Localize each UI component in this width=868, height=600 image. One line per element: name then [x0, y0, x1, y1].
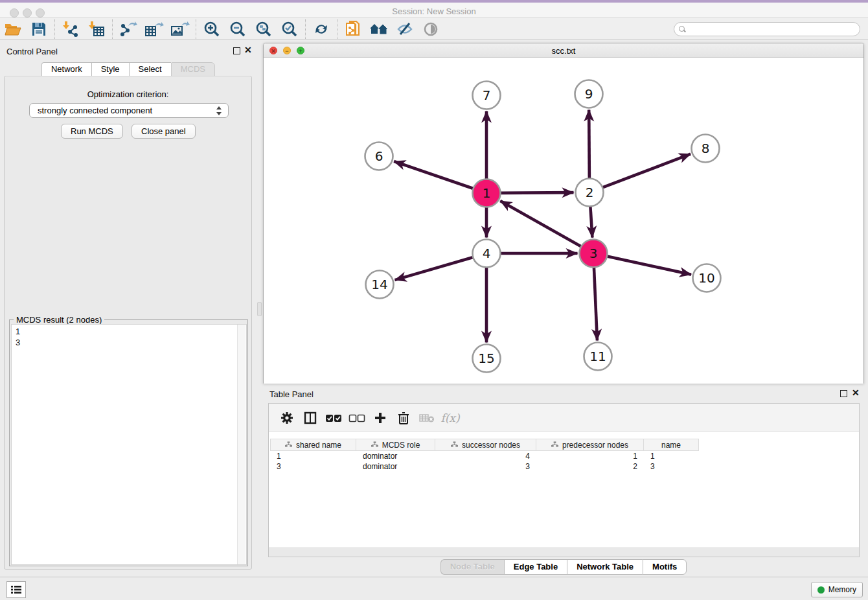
table-row[interactable]: 1dominator411	[270, 451, 699, 461]
criterion-select[interactable]: strongly connected component	[29, 103, 229, 118]
network-canvas[interactable]: 7968124314101511	[264, 58, 863, 384]
hierarchy-icon	[371, 441, 378, 450]
node-2[interactable]: 2	[576, 179, 604, 207]
svg-text:15: 15	[478, 351, 494, 366]
node-8[interactable]: 8	[692, 135, 720, 163]
svg-text:9: 9	[585, 86, 593, 102]
add-column-icon[interactable]	[369, 406, 392, 430]
zoom-selected-icon[interactable]	[277, 19, 303, 40]
clone-network-icon[interactable]	[340, 19, 366, 40]
close-table-panel-icon[interactable]: ✕	[852, 388, 860, 397]
show-icon[interactable]	[418, 19, 444, 40]
import-network-icon[interactable]	[58, 19, 84, 40]
open-session-icon[interactable]	[0, 19, 26, 40]
tab-mcds[interactable]: MCDS	[171, 62, 215, 76]
tab-edge-table[interactable]: Edge Table	[504, 559, 567, 575]
zoom-out-icon[interactable]	[225, 19, 251, 40]
node-11[interactable]: 11	[584, 343, 612, 371]
split-divider-grip[interactable]	[257, 302, 262, 316]
edge-3-10[interactable]	[607, 257, 691, 275]
tab-motifs[interactable]: Motifs	[643, 559, 687, 575]
delete-column-icon[interactable]	[392, 406, 415, 430]
edge-2-9[interactable]	[589, 110, 589, 178]
select-all-icon[interactable]	[322, 406, 345, 430]
table-cell[interactable]: 4	[435, 451, 536, 461]
tab-network-table[interactable]: Network Table	[567, 559, 643, 575]
table-cell[interactable]: dominator	[356, 451, 435, 461]
mcds-result-group: MCDS result (2 nodes) 1 3	[9, 319, 248, 566]
window-title: Session: New Session	[0, 6, 868, 16]
zoom-fit-icon[interactable]	[251, 19, 277, 40]
save-session-icon[interactable]	[26, 19, 52, 40]
tab-node-table[interactable]: Node Table	[440, 559, 504, 575]
zoom-in-icon[interactable]	[199, 19, 225, 40]
close-panel-icon[interactable]: ✕	[244, 45, 252, 54]
node-1[interactable]: 1	[473, 179, 501, 207]
node-15[interactable]: 15	[473, 345, 501, 373]
table-cell[interactable]: 3	[435, 461, 536, 472]
toolbar-separator	[305, 19, 306, 39]
export-image-icon[interactable]	[167, 19, 193, 40]
control-panel-header: Control Panel ✕	[0, 40, 257, 62]
edge-1-6[interactable]	[394, 161, 473, 189]
main-toolbar	[0, 18, 868, 40]
tab-style[interactable]: Style	[91, 62, 129, 76]
result-scrollbar[interactable]	[237, 325, 246, 564]
node-14[interactable]: 14	[366, 271, 394, 299]
network-window-titlebar[interactable]: ✕ − + scc.txt	[264, 43, 863, 58]
column-header-predecessor-nodes[interactable]: predecessor nodes	[536, 439, 644, 451]
hierarchy-icon	[551, 441, 558, 450]
show-columns-icon[interactable]	[299, 406, 322, 430]
export-network-icon[interactable]	[115, 19, 141, 40]
tab-select[interactable]: Select	[129, 62, 171, 76]
import-table-icon[interactable]	[84, 19, 109, 40]
export-table-icon[interactable]	[141, 19, 167, 40]
node-3[interactable]: 3	[580, 240, 608, 268]
task-history-button[interactable]	[6, 581, 26, 598]
delete-table-icon[interactable]	[415, 406, 439, 430]
edge-3-11[interactable]	[594, 267, 597, 340]
table-cell[interactable]: 3	[644, 461, 699, 472]
node-4[interactable]: 4	[473, 240, 501, 268]
refresh-layout-icon[interactable]	[308, 19, 334, 40]
memory-button[interactable]: Memory	[811, 582, 863, 597]
table-cell[interactable]: 1	[270, 451, 356, 461]
table-settings-icon[interactable]	[275, 406, 299, 430]
float-table-panel-icon[interactable]	[840, 390, 847, 397]
svg-text:2: 2	[586, 185, 594, 200]
mcds-panel: Optimization criterion: strongly connect…	[4, 76, 252, 570]
node-9[interactable]: 9	[575, 80, 603, 108]
column-header-shared-name[interactable]: shared name	[270, 439, 356, 451]
deselect-all-icon[interactable]	[345, 406, 369, 430]
table-cell[interactable]: 3	[270, 461, 356, 472]
node-7[interactable]: 7	[473, 82, 501, 110]
table-cell[interactable]: 1	[644, 451, 699, 461]
table-hscroll-area[interactable]	[269, 548, 859, 557]
close-panel-button[interactable]: Close panel	[131, 124, 196, 139]
table-row[interactable]: 3dominator323	[270, 461, 699, 472]
table-cell[interactable]: 2	[536, 461, 644, 472]
node-6[interactable]: 6	[365, 143, 393, 170]
home-icon[interactable]	[366, 19, 392, 40]
hide-icon[interactable]	[392, 19, 418, 40]
column-header-successor-nodes[interactable]: successor nodes	[435, 439, 536, 451]
column-header-name[interactable]: name	[644, 439, 699, 451]
mcds-result-list[interactable]: 1 3	[11, 324, 247, 565]
column-header-MCDS-role[interactable]: MCDS role	[356, 439, 435, 451]
function-builder-icon[interactable]: f(x)	[439, 406, 462, 430]
search-input[interactable]	[689, 25, 851, 34]
svg-text:7: 7	[483, 87, 491, 103]
edge-3-1[interactable]	[500, 201, 581, 246]
table-cell[interactable]: dominator	[356, 461, 435, 472]
edge-2-3[interactable]	[590, 206, 592, 237]
search-box[interactable]	[674, 22, 860, 36]
edge-4-14[interactable]	[395, 257, 474, 280]
table-cell[interactable]: 1	[536, 451, 644, 461]
column-label: shared name	[296, 441, 341, 450]
edge-2-8[interactable]	[602, 154, 691, 188]
tab-network[interactable]: Network	[41, 62, 91, 76]
float-panel-icon[interactable]	[233, 47, 240, 54]
edge-1-2[interactable]	[500, 192, 573, 193]
node-10[interactable]: 10	[693, 264, 721, 292]
run-mcds-button[interactable]: Run MCDS	[61, 124, 123, 139]
